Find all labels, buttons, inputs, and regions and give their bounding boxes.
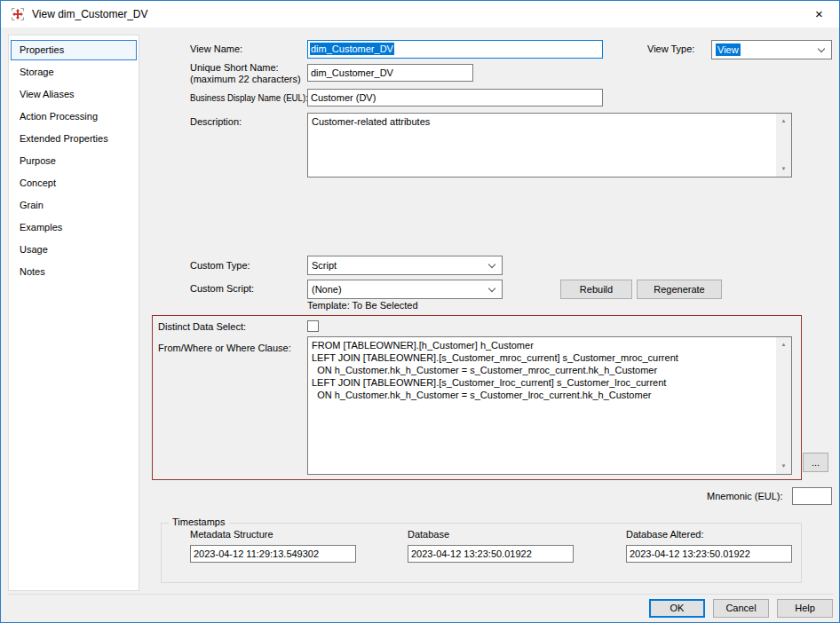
- from-where-label: From/Where or Where Clause:: [158, 343, 291, 353]
- regenerate-button[interactable]: Regenerate: [637, 280, 722, 299]
- view-type-label: View Type:: [647, 43, 694, 54]
- sidebar-item-purpose[interactable]: Purpose: [9, 150, 139, 172]
- description-label: Description:: [190, 116, 242, 127]
- titlebar: View dim_Customer_DV ×: [1, 1, 839, 28]
- view-name-value: dim_Customer_DV: [310, 43, 394, 55]
- rebuild-button[interactable]: Rebuild: [560, 280, 632, 299]
- close-icon[interactable]: ×: [799, 1, 839, 27]
- footer-separator: [8, 594, 834, 595]
- business-display-name-input[interactable]: [307, 89, 603, 106]
- view-properties-dialog: View dim_Customer_DV × Properties Storag…: [0, 0, 840, 623]
- template-note: Template: To Be Selected: [307, 300, 418, 311]
- mnemonic-input[interactable]: [792, 487, 832, 505]
- from-where-textarea[interactable]: FROM [TABLEOWNER].[h_Customer] h_Custome…: [307, 336, 792, 475]
- sidebar: Properties Storage View Aliases Action P…: [8, 35, 139, 591]
- view-name-label: View Name:: [190, 43, 242, 54]
- business-display-name-label: Business Display Name (EUL):: [190, 92, 308, 103]
- scroll-up-icon[interactable]: ▲: [776, 337, 791, 352]
- view-type-value: View: [716, 43, 741, 56]
- sidebar-item-examples[interactable]: Examples: [9, 217, 139, 239]
- database-altered-input[interactable]: [626, 545, 792, 563]
- sidebar-item-concept[interactable]: Concept: [9, 172, 139, 194]
- help-button[interactable]: Help: [777, 599, 833, 618]
- database-label: Database: [408, 529, 449, 540]
- unique-short-name-sublabel: (maximum 22 characters): [190, 74, 301, 84]
- metadata-structure-input[interactable]: [190, 545, 356, 563]
- custom-type-select[interactable]: Script: [307, 256, 503, 275]
- distinct-data-select-label: Distinct Data Select:: [158, 321, 246, 332]
- custom-script-value: (None): [312, 284, 342, 295]
- description-text: Customer-related attributes: [308, 114, 776, 177]
- sidebar-item-grain[interactable]: Grain: [9, 194, 139, 217]
- database-altered-label: Database Altered:: [626, 529, 703, 540]
- chevron-down-icon: [488, 261, 495, 268]
- from-where-scrollbar[interactable]: ▲ ▼: [776, 337, 791, 474]
- custom-type-label: Custom Type:: [190, 260, 250, 271]
- from-where-text: FROM [TABLEOWNER].[h_Customer] h_Custome…: [308, 337, 776, 474]
- sidebar-item-properties[interactable]: Properties: [11, 40, 137, 60]
- custom-script-select[interactable]: (None): [307, 280, 503, 299]
- description-textarea[interactable]: Customer-related attributes ▲ ▼: [307, 113, 792, 177]
- chevron-down-icon: [818, 45, 825, 52]
- description-scrollbar[interactable]: ▲ ▼: [776, 114, 791, 177]
- chevron-down-icon: [488, 285, 495, 292]
- sidebar-item-storage[interactable]: Storage: [9, 61, 139, 83]
- browse-ellipsis-button[interactable]: ...: [803, 453, 828, 472]
- sidebar-item-usage[interactable]: Usage: [9, 239, 139, 261]
- custom-script-label: Custom Script:: [190, 283, 254, 294]
- ok-button[interactable]: OK: [649, 599, 705, 618]
- distinct-data-select-checkbox[interactable]: [307, 320, 319, 332]
- custom-type-value: Script: [312, 260, 337, 271]
- view-name-input[interactable]: dim_Customer_DV: [307, 40, 603, 59]
- unique-short-name-input[interactable]: [307, 64, 473, 82]
- window-title: View dim_Customer_DV: [32, 8, 148, 20]
- scroll-down-icon[interactable]: ▼: [776, 459, 791, 474]
- view-type-select[interactable]: View: [711, 40, 832, 59]
- timestamps-group-label: Timestamps: [169, 517, 229, 527]
- metadata-structure-label: Metadata Structure: [190, 529, 273, 540]
- cancel-button[interactable]: Cancel: [713, 599, 769, 618]
- app-icon: [11, 7, 25, 21]
- scroll-down-icon[interactable]: ▼: [776, 162, 791, 177]
- unique-short-name-label: Unique Short Name:: [190, 62, 279, 73]
- sidebar-item-extended-properties[interactable]: Extended Properties: [9, 128, 139, 150]
- database-input[interactable]: [408, 545, 574, 563]
- sidebar-item-view-aliases[interactable]: View Aliases: [9, 83, 139, 106]
- scroll-up-icon[interactable]: ▲: [776, 114, 791, 129]
- sidebar-item-notes[interactable]: Notes: [9, 261, 139, 283]
- mnemonic-label: Mnemonic (EUL):: [707, 491, 783, 501]
- sidebar-item-action-processing[interactable]: Action Processing: [9, 106, 139, 128]
